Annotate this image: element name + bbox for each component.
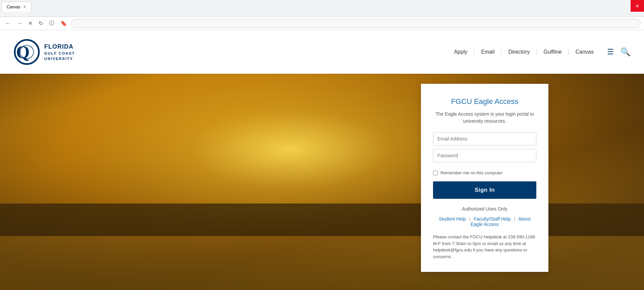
login-title: FGCU Eagle Access	[433, 97, 536, 106]
search-icon[interactable]: 🔍	[621, 47, 631, 57]
sign-in-button[interactable]: Sign In	[433, 181, 536, 199]
login-card: FGCU Eagle Access The Eagle Access syste…	[421, 84, 548, 272]
nav-gulfline[interactable]: Gulfline	[537, 49, 569, 55]
logo-line3: University	[44, 56, 75, 61]
browser-tab-bar: Canvas ✕ ✕	[0, 0, 644, 17]
close-nav-button[interactable]: ✕	[26, 19, 35, 28]
email-input[interactable]	[433, 132, 536, 146]
remember-label[interactable]: Remember me on this computer	[440, 170, 503, 175]
remember-checkbox[interactable]	[433, 171, 438, 175]
login-subtitle: The Eagle Access system is your login po…	[433, 111, 536, 125]
bookmark-button[interactable]: 🔖	[58, 19, 69, 28]
logo-text: Florida Gulf Coast University	[44, 43, 75, 61]
menu-icon[interactable]: ☰	[607, 48, 614, 56]
browser-nav-bar: ← → ✕ ↻ ⓘ 🔖	[0, 17, 644, 30]
nav-directory[interactable]: Directory	[501, 49, 537, 55]
window-close-btn[interactable]: ✕	[631, 0, 644, 12]
back-button[interactable]: ←	[3, 19, 13, 28]
fgcu-logo-icon: Q	[13, 39, 40, 65]
student-help-link[interactable]: Student Help	[439, 216, 466, 222]
address-bar[interactable]	[71, 19, 641, 28]
faculty-help-link[interactable]: Faculty/Staff Help	[474, 216, 511, 222]
reload-button[interactable]: ↻	[37, 19, 45, 28]
divider-1: |	[469, 216, 471, 222]
page: Q Florida Gulf Coast University Apply Em…	[0, 30, 644, 290]
nav-apply[interactable]: Apply	[447, 49, 474, 55]
browser-tab[interactable]: Canvas ✕	[2, 2, 31, 12]
header-nav: Apply Email Directory Gulfline Canvas	[447, 49, 600, 55]
password-input[interactable]	[433, 149, 536, 162]
header-icons: ☰ 🔍	[607, 47, 631, 57]
logo-line1: Florida	[44, 43, 75, 51]
hero-background: FGCU Eagle Access The Eagle Access syste…	[0, 74, 644, 290]
contact-text: Please contact the FGCU Helpdesk at 239-…	[433, 234, 536, 260]
info-button[interactable]: ⓘ	[47, 18, 56, 28]
tab-title: Canvas	[7, 5, 20, 9]
divider-2: |	[514, 216, 516, 222]
remember-row: Remember me on this computer	[433, 170, 536, 175]
nav-canvas[interactable]: Canvas	[569, 49, 600, 55]
help-links: Student Help | Faculty/Staff Help | Abou…	[433, 216, 536, 227]
forward-button[interactable]: →	[15, 19, 24, 28]
site-header: Q Florida Gulf Coast University Apply Em…	[0, 30, 644, 74]
nav-email[interactable]: Email	[474, 49, 501, 55]
tab-close-btn[interactable]: ✕	[23, 5, 26, 9]
logo-line2: Gulf Coast	[44, 51, 75, 56]
logo-area: Q Florida Gulf Coast University	[13, 39, 75, 65]
authorized-text: Authorized Uses Only	[433, 206, 536, 212]
